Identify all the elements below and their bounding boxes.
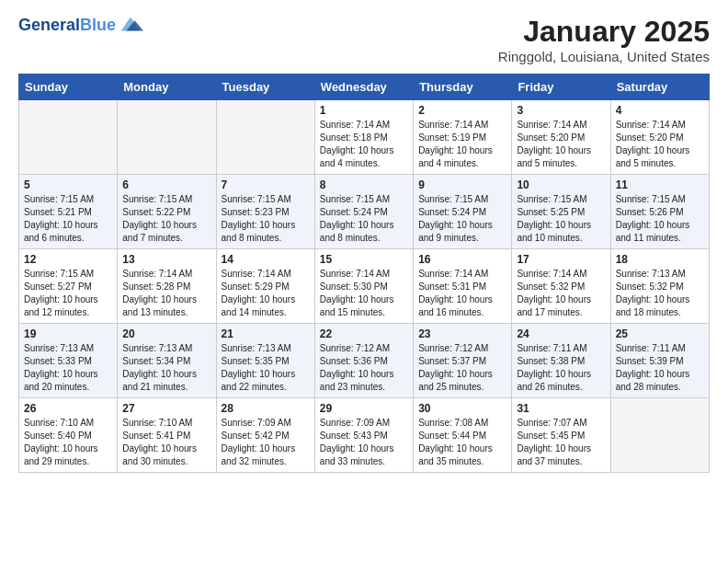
day-info: Sunrise: 7:10 AM Sunset: 5:40 PM Dayligh… — [24, 417, 112, 468]
day-info: Sunrise: 7:14 AM Sunset: 5:28 PM Dayligh… — [122, 268, 210, 319]
day-number: 26 — [24, 402, 112, 415]
calendar-cell: 21Sunrise: 7:13 AM Sunset: 5:35 PM Dayli… — [216, 324, 314, 398]
calendar-week-row: 26Sunrise: 7:10 AM Sunset: 5:40 PM Dayli… — [19, 398, 710, 473]
calendar-cell: 9Sunrise: 7:15 AM Sunset: 5:24 PM Daylig… — [414, 175, 512, 249]
day-info: Sunrise: 7:15 AM Sunset: 5:27 PM Dayligh… — [24, 268, 112, 319]
day-info: Sunrise: 7:09 AM Sunset: 5:43 PM Dayligh… — [320, 417, 408, 468]
calendar-cell: 12Sunrise: 7:15 AM Sunset: 5:27 PM Dayli… — [19, 249, 118, 324]
day-number: 5 — [24, 178, 112, 191]
day-info: Sunrise: 7:14 AM Sunset: 5:32 PM Dayligh… — [517, 268, 605, 319]
calendar-cell — [19, 100, 118, 175]
day-info: Sunrise: 7:14 AM Sunset: 5:19 PM Dayligh… — [418, 119, 506, 170]
day-info: Sunrise: 7:15 AM Sunset: 5:24 PM Dayligh… — [418, 193, 506, 245]
calendar-cell: 15Sunrise: 7:14 AM Sunset: 5:30 PM Dayli… — [314, 249, 413, 324]
day-number: 7 — [222, 178, 310, 191]
day-number: 24 — [517, 327, 605, 340]
page-title: January 2025 — [498, 15, 710, 49]
calendar-cell: 29Sunrise: 7:09 AM Sunset: 5:43 PM Dayli… — [314, 398, 413, 473]
header-saturday: Saturday — [610, 75, 709, 100]
calendar-cell: 24Sunrise: 7:11 AM Sunset: 5:38 PM Dayli… — [512, 324, 610, 398]
day-info: Sunrise: 7:15 AM Sunset: 5:24 PM Dayligh… — [320, 193, 408, 245]
day-info: Sunrise: 7:15 AM Sunset: 5:25 PM Dayligh… — [517, 193, 605, 245]
day-number: 27 — [122, 402, 210, 415]
day-number: 4 — [616, 104, 704, 117]
day-number: 11 — [616, 178, 704, 191]
day-number: 10 — [517, 178, 605, 191]
header-tuesday: Tuesday — [216, 75, 314, 100]
calendar-cell: 23Sunrise: 7:12 AM Sunset: 5:37 PM Dayli… — [414, 324, 512, 398]
calendar-cell: 30Sunrise: 7:08 AM Sunset: 5:44 PM Dayli… — [414, 398, 512, 473]
calendar-cell — [118, 100, 216, 175]
day-info: Sunrise: 7:14 AM Sunset: 5:20 PM Dayligh… — [616, 119, 704, 170]
calendar-cell: 17Sunrise: 7:14 AM Sunset: 5:32 PM Dayli… — [512, 249, 610, 324]
day-number: 18 — [616, 253, 704, 266]
calendar-cell: 2Sunrise: 7:14 AM Sunset: 5:19 PM Daylig… — [414, 100, 512, 175]
calendar-cell — [216, 100, 314, 175]
calendar-cell: 20Sunrise: 7:13 AM Sunset: 5:34 PM Dayli… — [118, 324, 216, 398]
logo: GeneralBlue — [18, 15, 143, 37]
day-number: 6 — [122, 178, 210, 191]
day-info: Sunrise: 7:14 AM Sunset: 5:29 PM Dayligh… — [222, 268, 310, 319]
day-number: 14 — [222, 253, 310, 266]
day-info: Sunrise: 7:15 AM Sunset: 5:22 PM Dayligh… — [122, 193, 210, 245]
title-block: January 2025 Ringgold, Louisiana, United… — [498, 15, 710, 64]
day-number: 3 — [517, 104, 605, 117]
day-number: 25 — [616, 327, 704, 340]
logo-general: General — [18, 16, 80, 34]
calendar-cell: 14Sunrise: 7:14 AM Sunset: 5:29 PM Dayli… — [216, 249, 314, 324]
day-number: 31 — [517, 402, 605, 415]
day-number: 19 — [24, 327, 112, 340]
header-thursday: Thursday — [414, 75, 512, 100]
calendar-header-row: Sunday Monday Tuesday Wednesday Thursday… — [19, 75, 710, 100]
calendar-cell: 5Sunrise: 7:15 AM Sunset: 5:21 PM Daylig… — [19, 175, 118, 249]
day-number: 1 — [320, 104, 408, 117]
day-info: Sunrise: 7:07 AM Sunset: 5:45 PM Dayligh… — [517, 417, 605, 468]
day-number: 23 — [418, 327, 506, 340]
logo-icon — [118, 11, 143, 37]
calendar-cell: 4Sunrise: 7:14 AM Sunset: 5:20 PM Daylig… — [610, 100, 709, 175]
page: GeneralBlue January 2025 Ringgold, Louis… — [0, 0, 728, 488]
header: GeneralBlue January 2025 Ringgold, Louis… — [18, 15, 710, 64]
day-info: Sunrise: 7:12 AM Sunset: 5:37 PM Dayligh… — [418, 342, 506, 394]
day-info: Sunrise: 7:13 AM Sunset: 5:35 PM Dayligh… — [222, 342, 310, 394]
calendar-table: Sunday Monday Tuesday Wednesday Thursday… — [18, 74, 710, 473]
day-number: 16 — [418, 253, 506, 266]
calendar-cell: 13Sunrise: 7:14 AM Sunset: 5:28 PM Dayli… — [118, 249, 216, 324]
day-info: Sunrise: 7:13 AM Sunset: 5:34 PM Dayligh… — [122, 342, 210, 394]
calendar-cell: 8Sunrise: 7:15 AM Sunset: 5:24 PM Daylig… — [314, 175, 413, 249]
day-info: Sunrise: 7:10 AM Sunset: 5:41 PM Dayligh… — [122, 417, 210, 468]
calendar-cell — [610, 398, 709, 473]
calendar-week-row: 12Sunrise: 7:15 AM Sunset: 5:27 PM Dayli… — [19, 249, 710, 324]
day-info: Sunrise: 7:15 AM Sunset: 5:21 PM Dayligh… — [24, 193, 112, 245]
day-number: 8 — [320, 178, 408, 191]
day-number: 2 — [418, 104, 506, 117]
day-number: 29 — [320, 402, 408, 415]
calendar-cell: 6Sunrise: 7:15 AM Sunset: 5:22 PM Daylig… — [118, 175, 216, 249]
day-info: Sunrise: 7:14 AM Sunset: 5:30 PM Dayligh… — [320, 268, 408, 319]
calendar-cell: 16Sunrise: 7:14 AM Sunset: 5:31 PM Dayli… — [414, 249, 512, 324]
day-number: 17 — [517, 253, 605, 266]
day-info: Sunrise: 7:14 AM Sunset: 5:20 PM Dayligh… — [517, 119, 605, 170]
header-friday: Friday — [512, 75, 610, 100]
calendar-cell: 18Sunrise: 7:13 AM Sunset: 5:32 PM Dayli… — [610, 249, 709, 324]
calendar-cell: 3Sunrise: 7:14 AM Sunset: 5:20 PM Daylig… — [512, 100, 610, 175]
header-wednesday: Wednesday — [314, 75, 413, 100]
calendar-cell: 11Sunrise: 7:15 AM Sunset: 5:26 PM Dayli… — [610, 175, 709, 249]
logo-blue: Blue — [80, 16, 116, 34]
calendar-cell: 10Sunrise: 7:15 AM Sunset: 5:25 PM Dayli… — [512, 175, 610, 249]
page-subtitle: Ringgold, Louisiana, United States — [498, 49, 710, 64]
calendar-cell: 22Sunrise: 7:12 AM Sunset: 5:36 PM Dayli… — [314, 324, 413, 398]
calendar-cell: 28Sunrise: 7:09 AM Sunset: 5:42 PM Dayli… — [216, 398, 314, 473]
calendar-cell: 19Sunrise: 7:13 AM Sunset: 5:33 PM Dayli… — [19, 324, 118, 398]
day-number: 12 — [24, 253, 112, 266]
day-number: 15 — [320, 253, 408, 266]
day-number: 9 — [418, 178, 506, 191]
logo-text: GeneralBlue — [18, 17, 116, 35]
calendar-cell: 1Sunrise: 7:14 AM Sunset: 5:18 PM Daylig… — [314, 100, 413, 175]
day-number: 28 — [222, 402, 310, 415]
day-info: Sunrise: 7:13 AM Sunset: 5:33 PM Dayligh… — [24, 342, 112, 394]
calendar-cell: 26Sunrise: 7:10 AM Sunset: 5:40 PM Dayli… — [19, 398, 118, 473]
day-number: 30 — [418, 402, 506, 415]
day-info: Sunrise: 7:11 AM Sunset: 5:38 PM Dayligh… — [517, 342, 605, 394]
calendar-cell: 27Sunrise: 7:10 AM Sunset: 5:41 PM Dayli… — [118, 398, 216, 473]
